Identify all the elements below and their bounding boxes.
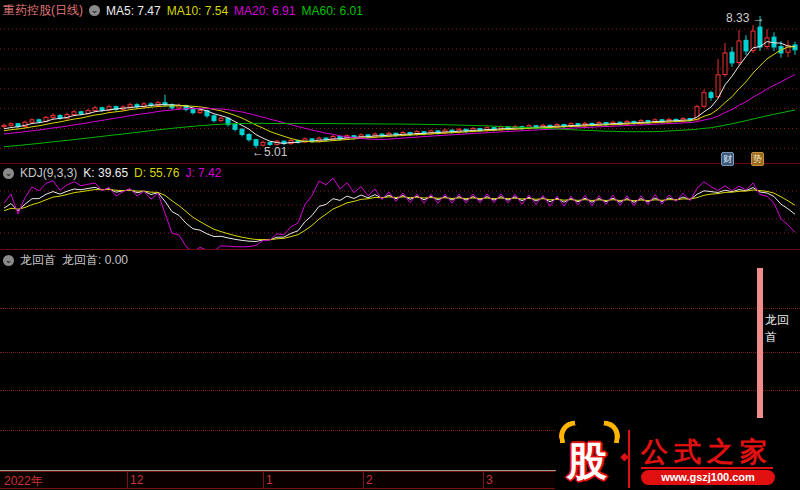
axis-label-2022: 2022年 (4, 473, 43, 490)
axis-tick (483, 472, 484, 488)
axis-tick (363, 472, 364, 488)
dragon-signal-label: 龙回首 (765, 312, 800, 346)
collapse-chevron-icon[interactable]: ⌄ (89, 5, 100, 16)
axis-label-dec: 12 (130, 473, 143, 487)
bull-logo-icon: 股 (560, 430, 624, 486)
site-url: www.gszj100.com (641, 470, 775, 485)
site-name: 公式之家 (641, 434, 775, 470)
dragon-title: 龙回首 (20, 252, 56, 269)
gridline (0, 390, 800, 391)
axis-label-jan: 1 (266, 473, 273, 487)
site-watermark: 股 ◆ 公式之家 www.gszj100.com (556, 418, 800, 490)
collapse-chevron-icon[interactable]: ⌄ (3, 255, 14, 266)
ma20-label: MA20: 6.91 (234, 4, 295, 18)
gridline (0, 352, 800, 353)
kdj-header: ⌄ KDJ(9,3,3) K: 39.65 D: 55.76 J: 7.42 (3, 166, 221, 180)
axis-label-mar: 3 (486, 473, 493, 487)
dragon-value: 龙回首: 0.00 (62, 252, 128, 269)
kdj-k-value: K: 39.65 (83, 166, 128, 180)
main-chart-header: 重药控股(日线) ⌄ MA5: 7.47 MA10: 7.54 MA20: 6.… (3, 2, 363, 19)
shi-badge-icon[interactable]: 势 (751, 152, 764, 166)
main-chart-panel[interactable]: 重药控股(日线) ⌄ MA5: 7.47 MA10: 7.54 MA20: 6.… (0, 0, 800, 164)
kdj-indicator-panel[interactable]: ⌄ KDJ(9,3,3) K: 39.65 D: 55.76 J: 7.42 (0, 164, 800, 250)
ma5-label: MA5: 7.47 (106, 4, 161, 18)
kdj-title: KDJ(9,3,3) (20, 166, 77, 180)
ma60-label: MA60: 6.01 (301, 4, 362, 18)
candlestick-chart[interactable] (0, 0, 800, 163)
kdj-j-value: J: 7.42 (185, 166, 221, 180)
axis-tick (263, 472, 264, 488)
dragon-header: ⌄ 龙回首 龙回首: 0.00 (3, 252, 128, 269)
diamond-icon: ◆ (620, 450, 628, 463)
cai-badge-icon[interactable]: 财 (721, 152, 734, 166)
dragon-signal-bar (757, 268, 763, 432)
stock-title: 重药控股(日线) (3, 2, 83, 19)
high-price-annotation: 8.33 → (726, 11, 765, 25)
gridline (0, 308, 800, 309)
site-underline (641, 467, 773, 469)
bull-logo-character: 股 (567, 434, 607, 489)
low-price-annotation: ←5.01 (252, 145, 287, 159)
ma10-label: MA10: 7.54 (167, 4, 228, 18)
axis-tick (127, 472, 128, 488)
time-axis[interactable]: 2022年 12 1 2 3 (0, 471, 555, 489)
kdj-d-value: D: 55.76 (134, 166, 179, 180)
trading-app-screen: 重药控股(日线) ⌄ MA5: 7.47 MA10: 7.54 MA20: 6.… (0, 0, 800, 490)
collapse-chevron-icon[interactable]: ⌄ (3, 168, 14, 179)
axis-label-feb: 2 (366, 473, 373, 487)
